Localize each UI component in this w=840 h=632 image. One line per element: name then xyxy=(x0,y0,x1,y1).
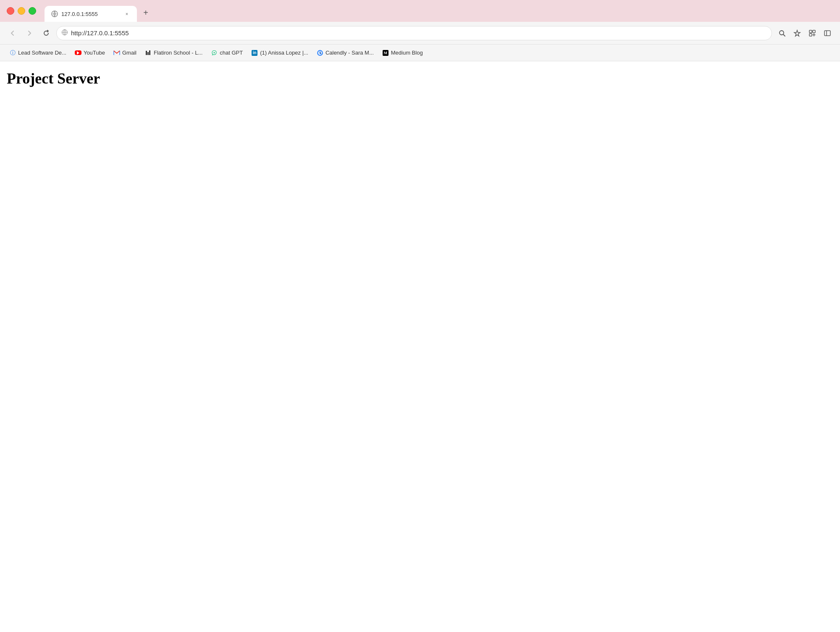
tab-favicon xyxy=(51,10,58,17)
address-bar[interactable]: http://127.0.0.1:5555 xyxy=(56,26,772,40)
sidebar-toggle-icon[interactable] xyxy=(821,26,834,40)
svg-rect-10 xyxy=(813,30,815,33)
page-content: Project Server xyxy=(0,61,840,565)
forward-button[interactable] xyxy=(23,26,36,40)
youtube-icon xyxy=(75,50,81,56)
svg-rect-9 xyxy=(809,30,812,33)
back-button[interactable] xyxy=(6,26,19,40)
bookmark-label: Calendly - Sara M... xyxy=(326,50,374,56)
bookmark-linkedin[interactable]: in (1) Anissa Lopez |... xyxy=(248,48,312,58)
linkedin-icon: in xyxy=(251,50,258,56)
bookmark-label: (1) Anissa Lopez |... xyxy=(260,50,308,56)
bookmark-label: Gmail xyxy=(122,50,136,56)
maximize-button[interactable] xyxy=(29,7,36,15)
active-tab[interactable]: 127.0.0.1:5555 × xyxy=(45,6,137,22)
tab-bar: 127.0.0.1:5555 × + xyxy=(45,3,153,19)
reload-button[interactable] xyxy=(39,26,53,40)
svg-rect-11 xyxy=(809,34,812,36)
svg-rect-17 xyxy=(149,50,150,55)
page-heading: Project Server xyxy=(7,70,833,87)
bookmark-label: YouTube xyxy=(84,50,105,56)
extensions-icon[interactable] xyxy=(806,26,819,40)
navigation-bar: http://127.0.0.1:5555 xyxy=(0,22,840,45)
calendly-icon xyxy=(317,50,323,56)
bookmark-flatiron[interactable]: Flatiron School - L... xyxy=(142,48,206,58)
svg-point-18 xyxy=(214,52,215,53)
close-button[interactable] xyxy=(7,7,14,15)
svg-rect-16 xyxy=(147,52,149,55)
bookmark-star-icon[interactable] xyxy=(790,26,804,40)
bookmark-medium[interactable]: M Medium Blog xyxy=(379,48,426,58)
minimize-button[interactable] xyxy=(18,7,25,15)
medium-icon: M xyxy=(382,50,389,56)
bookmark-youtube[interactable]: YouTube xyxy=(71,48,108,58)
bookmark-gmail[interactable]: Gmail xyxy=(110,48,140,58)
svg-line-8 xyxy=(783,34,785,36)
title-bar: 127.0.0.1:5555 × + xyxy=(0,0,840,22)
bookmark-calendly[interactable]: Calendly - Sara M... xyxy=(313,48,377,58)
chatgpt-icon xyxy=(211,50,218,56)
flatiron-icon xyxy=(145,50,152,56)
tab-close-button[interactable]: × xyxy=(123,10,130,17)
bookmark-label: Lead Software De... xyxy=(18,50,66,56)
new-tab-button[interactable]: + xyxy=(139,5,153,20)
svg-rect-15 xyxy=(146,51,147,55)
gmail-icon xyxy=(113,50,120,56)
bookmark-lead-software[interactable]: ⓘ Lead Software De... xyxy=(6,48,70,58)
bookmark-chatgpt[interactable]: chat GPT xyxy=(207,48,246,58)
traffic-lights xyxy=(7,7,36,15)
url-text: http://127.0.0.1:5555 xyxy=(71,29,766,37)
bookmarks-bar: ⓘ Lead Software De... YouTube Gmail xyxy=(0,45,840,61)
info-icon: ⓘ xyxy=(9,50,16,56)
bookmark-label: Flatiron School - L... xyxy=(154,50,202,56)
search-icon[interactable] xyxy=(775,26,789,40)
tab-title: 127.0.0.1:5555 xyxy=(61,11,120,17)
bookmark-label: Medium Blog xyxy=(391,50,423,56)
address-bar-lock-icon xyxy=(62,29,68,37)
nav-actions xyxy=(775,26,834,40)
bookmark-label: chat GPT xyxy=(220,50,243,56)
svg-rect-12 xyxy=(824,31,830,36)
